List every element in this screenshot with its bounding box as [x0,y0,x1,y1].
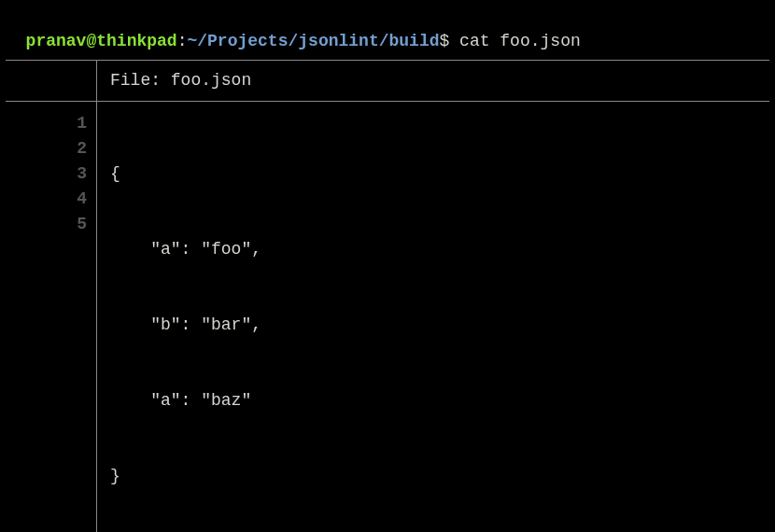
command-text: cat foo.json [449,32,580,50]
gutter-header-blank [6,61,97,101]
colon: : [177,32,188,50]
cwd-path: ~/Projects/jsonlint/build [187,32,439,50]
line-number: 2 [6,136,87,161]
line-number: 3 [6,161,87,187]
file-header-row: File: foo.json [6,60,769,102]
user-host: pranav@thinkpad [26,32,177,50]
prompt-dollar: $ [440,32,450,50]
line-number: 4 [6,187,87,212]
prompt-line-1[interactable]: pranav@thinkpad:~/Projects/jsonlint/buil… [6,4,769,54]
file-display-box: File: foo.json 1 2 3 4 5 { "a": "foo", "… [6,60,769,532]
line-number: 1 [6,111,87,136]
code-content: { "a": "foo", "b": "bar", "a": "baz" } [97,102,275,532]
code-line: "b": "bar", [110,313,261,338]
code-line: { [110,161,261,187]
code-block: 1 2 3 4 5 { "a": "foo", "b": "bar", "a":… [6,102,769,532]
code-line: } [110,464,261,489]
file-header-label: File: foo.json [97,61,264,101]
code-line: "a": "baz" [110,388,261,413]
code-line: "a": "foo", [110,237,261,262]
line-number-gutter: 1 2 3 4 5 [6,102,97,532]
line-number: 5 [6,212,87,237]
